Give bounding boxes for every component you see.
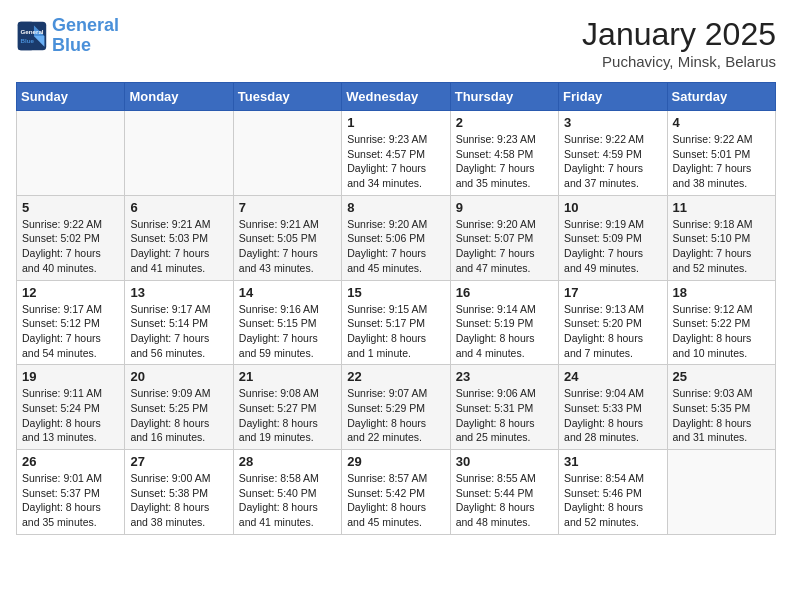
calendar-cell: 3Sunrise: 9:22 AM Sunset: 4:59 PM Daylig… — [559, 111, 667, 196]
day-number: 22 — [347, 369, 444, 384]
weekday-header-wednesday: Wednesday — [342, 83, 450, 111]
calendar-cell: 8Sunrise: 9:20 AM Sunset: 5:06 PM Daylig… — [342, 195, 450, 280]
day-number: 11 — [673, 200, 770, 215]
calendar-cell: 11Sunrise: 9:18 AM Sunset: 5:10 PM Dayli… — [667, 195, 775, 280]
day-number: 1 — [347, 115, 444, 130]
day-number: 10 — [564, 200, 661, 215]
day-number: 29 — [347, 454, 444, 469]
day-info: Sunrise: 9:22 AM Sunset: 5:01 PM Dayligh… — [673, 132, 770, 191]
calendar-cell — [667, 450, 775, 535]
calendar-week-row: 1Sunrise: 9:23 AM Sunset: 4:57 PM Daylig… — [17, 111, 776, 196]
calendar-cell: 28Sunrise: 8:58 AM Sunset: 5:40 PM Dayli… — [233, 450, 341, 535]
weekday-header-saturday: Saturday — [667, 83, 775, 111]
calendar-cell: 18Sunrise: 9:12 AM Sunset: 5:22 PM Dayli… — [667, 280, 775, 365]
calendar-table: SundayMondayTuesdayWednesdayThursdayFrid… — [16, 82, 776, 535]
logo: General Blue General Blue — [16, 16, 119, 56]
calendar-cell: 7Sunrise: 9:21 AM Sunset: 5:05 PM Daylig… — [233, 195, 341, 280]
calendar-cell: 9Sunrise: 9:20 AM Sunset: 5:07 PM Daylig… — [450, 195, 558, 280]
calendar-cell: 26Sunrise: 9:01 AM Sunset: 5:37 PM Dayli… — [17, 450, 125, 535]
day-number: 2 — [456, 115, 553, 130]
day-info: Sunrise: 9:13 AM Sunset: 5:20 PM Dayligh… — [564, 302, 661, 361]
calendar-cell — [233, 111, 341, 196]
day-info: Sunrise: 9:14 AM Sunset: 5:19 PM Dayligh… — [456, 302, 553, 361]
calendar-cell: 24Sunrise: 9:04 AM Sunset: 5:33 PM Dayli… — [559, 365, 667, 450]
calendar-cell: 10Sunrise: 9:19 AM Sunset: 5:09 PM Dayli… — [559, 195, 667, 280]
weekday-header-tuesday: Tuesday — [233, 83, 341, 111]
day-number: 23 — [456, 369, 553, 384]
day-info: Sunrise: 9:01 AM Sunset: 5:37 PM Dayligh… — [22, 471, 119, 530]
weekday-header-thursday: Thursday — [450, 83, 558, 111]
day-info: Sunrise: 9:21 AM Sunset: 5:03 PM Dayligh… — [130, 217, 227, 276]
svg-text:General: General — [20, 28, 43, 35]
calendar-cell — [17, 111, 125, 196]
day-number: 18 — [673, 285, 770, 300]
day-info: Sunrise: 8:54 AM Sunset: 5:46 PM Dayligh… — [564, 471, 661, 530]
day-info: Sunrise: 9:08 AM Sunset: 5:27 PM Dayligh… — [239, 386, 336, 445]
calendar-cell: 21Sunrise: 9:08 AM Sunset: 5:27 PM Dayli… — [233, 365, 341, 450]
calendar-cell: 31Sunrise: 8:54 AM Sunset: 5:46 PM Dayli… — [559, 450, 667, 535]
day-info: Sunrise: 9:17 AM Sunset: 5:12 PM Dayligh… — [22, 302, 119, 361]
calendar-cell: 29Sunrise: 8:57 AM Sunset: 5:42 PM Dayli… — [342, 450, 450, 535]
day-number: 27 — [130, 454, 227, 469]
day-info: Sunrise: 8:57 AM Sunset: 5:42 PM Dayligh… — [347, 471, 444, 530]
calendar-cell: 25Sunrise: 9:03 AM Sunset: 5:35 PM Dayli… — [667, 365, 775, 450]
day-info: Sunrise: 9:00 AM Sunset: 5:38 PM Dayligh… — [130, 471, 227, 530]
weekday-header-monday: Monday — [125, 83, 233, 111]
day-number: 19 — [22, 369, 119, 384]
svg-text:Blue: Blue — [20, 37, 34, 44]
calendar-cell: 13Sunrise: 9:17 AM Sunset: 5:14 PM Dayli… — [125, 280, 233, 365]
logo-icon: General Blue — [16, 20, 48, 52]
calendar-cell: 5Sunrise: 9:22 AM Sunset: 5:02 PM Daylig… — [17, 195, 125, 280]
day-number: 21 — [239, 369, 336, 384]
day-number: 6 — [130, 200, 227, 215]
weekday-header-row: SundayMondayTuesdayWednesdayThursdayFrid… — [17, 83, 776, 111]
calendar-cell: 14Sunrise: 9:16 AM Sunset: 5:15 PM Dayli… — [233, 280, 341, 365]
day-number: 28 — [239, 454, 336, 469]
calendar-cell: 22Sunrise: 9:07 AM Sunset: 5:29 PM Dayli… — [342, 365, 450, 450]
calendar-cell: 6Sunrise: 9:21 AM Sunset: 5:03 PM Daylig… — [125, 195, 233, 280]
logo-text-line2: Blue — [52, 36, 119, 56]
day-info: Sunrise: 9:17 AM Sunset: 5:14 PM Dayligh… — [130, 302, 227, 361]
day-info: Sunrise: 9:04 AM Sunset: 5:33 PM Dayligh… — [564, 386, 661, 445]
day-info: Sunrise: 9:23 AM Sunset: 4:57 PM Dayligh… — [347, 132, 444, 191]
day-number: 5 — [22, 200, 119, 215]
day-number: 25 — [673, 369, 770, 384]
day-info: Sunrise: 9:23 AM Sunset: 4:58 PM Dayligh… — [456, 132, 553, 191]
day-info: Sunrise: 9:16 AM Sunset: 5:15 PM Dayligh… — [239, 302, 336, 361]
calendar-cell: 23Sunrise: 9:06 AM Sunset: 5:31 PM Dayli… — [450, 365, 558, 450]
day-number: 3 — [564, 115, 661, 130]
month-title: January 2025 — [582, 16, 776, 53]
calendar-cell: 15Sunrise: 9:15 AM Sunset: 5:17 PM Dayli… — [342, 280, 450, 365]
day-info: Sunrise: 9:20 AM Sunset: 5:07 PM Dayligh… — [456, 217, 553, 276]
day-info: Sunrise: 9:03 AM Sunset: 5:35 PM Dayligh… — [673, 386, 770, 445]
day-info: Sunrise: 8:58 AM Sunset: 5:40 PM Dayligh… — [239, 471, 336, 530]
day-info: Sunrise: 9:21 AM Sunset: 5:05 PM Dayligh… — [239, 217, 336, 276]
day-number: 24 — [564, 369, 661, 384]
day-number: 14 — [239, 285, 336, 300]
day-number: 30 — [456, 454, 553, 469]
day-info: Sunrise: 9:11 AM Sunset: 5:24 PM Dayligh… — [22, 386, 119, 445]
logo-text-line1: General — [52, 16, 119, 36]
calendar-cell: 1Sunrise: 9:23 AM Sunset: 4:57 PM Daylig… — [342, 111, 450, 196]
day-info: Sunrise: 9:06 AM Sunset: 5:31 PM Dayligh… — [456, 386, 553, 445]
day-info: Sunrise: 8:55 AM Sunset: 5:44 PM Dayligh… — [456, 471, 553, 530]
day-info: Sunrise: 9:12 AM Sunset: 5:22 PM Dayligh… — [673, 302, 770, 361]
weekday-header-friday: Friday — [559, 83, 667, 111]
day-number: 4 — [673, 115, 770, 130]
day-info: Sunrise: 9:09 AM Sunset: 5:25 PM Dayligh… — [130, 386, 227, 445]
calendar-week-row: 19Sunrise: 9:11 AM Sunset: 5:24 PM Dayli… — [17, 365, 776, 450]
day-info: Sunrise: 9:07 AM Sunset: 5:29 PM Dayligh… — [347, 386, 444, 445]
day-number: 20 — [130, 369, 227, 384]
calendar-cell: 12Sunrise: 9:17 AM Sunset: 5:12 PM Dayli… — [17, 280, 125, 365]
calendar-cell: 19Sunrise: 9:11 AM Sunset: 5:24 PM Dayli… — [17, 365, 125, 450]
page-header: General Blue General Blue January 2025 P… — [16, 16, 776, 70]
calendar-week-row: 5Sunrise: 9:22 AM Sunset: 5:02 PM Daylig… — [17, 195, 776, 280]
weekday-header-sunday: Sunday — [17, 83, 125, 111]
calendar-cell: 20Sunrise: 9:09 AM Sunset: 5:25 PM Dayli… — [125, 365, 233, 450]
day-number: 8 — [347, 200, 444, 215]
day-number: 15 — [347, 285, 444, 300]
calendar-cell: 27Sunrise: 9:00 AM Sunset: 5:38 PM Dayli… — [125, 450, 233, 535]
day-number: 31 — [564, 454, 661, 469]
day-info: Sunrise: 9:20 AM Sunset: 5:06 PM Dayligh… — [347, 217, 444, 276]
calendar-cell: 2Sunrise: 9:23 AM Sunset: 4:58 PM Daylig… — [450, 111, 558, 196]
